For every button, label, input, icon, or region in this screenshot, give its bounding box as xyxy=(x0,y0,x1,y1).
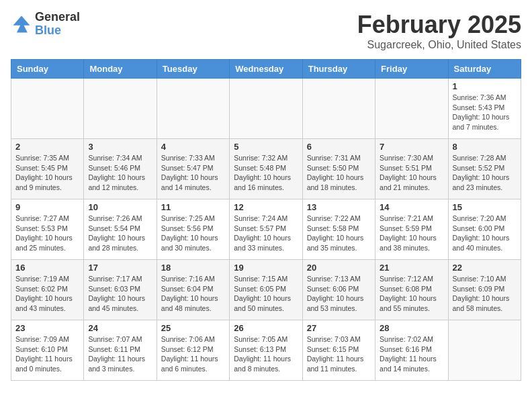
day-info: Sunrise: 7:33 AM Sunset: 5:47 PM Dayligh… xyxy=(161,153,225,193)
calendar-day-cell: 24Sunrise: 7:07 AM Sunset: 6:11 PM Dayli… xyxy=(84,320,157,381)
logo: General Blue xyxy=(11,11,80,38)
calendar-header-wednesday: Wednesday xyxy=(230,60,302,79)
day-info: Sunrise: 7:34 AM Sunset: 5:46 PM Dayligh… xyxy=(88,153,152,193)
day-number: 15 xyxy=(453,202,517,212)
day-number: 18 xyxy=(161,263,225,273)
calendar-day-cell: 16Sunrise: 7:19 AM Sunset: 6:02 PM Dayli… xyxy=(11,260,84,320)
day-number: 6 xyxy=(307,142,371,152)
title-block: February 2025 Sugarcreek, Ohio, United S… xyxy=(357,11,521,51)
calendar-week-row: 9Sunrise: 7:27 AM Sunset: 5:53 PM Daylig… xyxy=(11,199,521,260)
calendar-header-thursday: Thursday xyxy=(302,60,375,79)
day-info: Sunrise: 7:25 AM Sunset: 5:56 PM Dayligh… xyxy=(161,214,225,253)
day-number: 9 xyxy=(15,202,79,212)
day-info: Sunrise: 7:05 AM Sunset: 6:13 PM Dayligh… xyxy=(234,334,298,374)
calendar-day-cell: 11Sunrise: 7:25 AM Sunset: 5:56 PM Dayli… xyxy=(157,199,229,260)
day-number: 24 xyxy=(88,323,152,333)
logo-text: General Blue xyxy=(35,11,80,38)
day-number: 10 xyxy=(88,202,152,212)
calendar-day-cell: 14Sunrise: 7:21 AM Sunset: 5:59 PM Dayli… xyxy=(375,199,448,260)
day-info: Sunrise: 7:22 AM Sunset: 5:58 PM Dayligh… xyxy=(307,214,371,253)
calendar-day-cell: 17Sunrise: 7:17 AM Sunset: 6:03 PM Dayli… xyxy=(84,260,157,320)
day-number: 5 xyxy=(234,142,298,152)
calendar-week-row: 23Sunrise: 7:09 AM Sunset: 6:10 PM Dayli… xyxy=(11,320,521,381)
day-number: 14 xyxy=(380,202,443,212)
day-number: 12 xyxy=(234,202,298,212)
day-info: Sunrise: 7:03 AM Sunset: 6:15 PM Dayligh… xyxy=(307,334,371,374)
day-number: 27 xyxy=(307,323,371,333)
calendar-day-cell: 25Sunrise: 7:06 AM Sunset: 6:12 PM Dayli… xyxy=(157,320,229,381)
calendar-day-cell: 6Sunrise: 7:31 AM Sunset: 5:50 PM Daylig… xyxy=(302,139,375,199)
calendar-day-cell: 4Sunrise: 7:33 AM Sunset: 5:47 PM Daylig… xyxy=(157,139,229,199)
day-info: Sunrise: 7:13 AM Sunset: 6:06 PM Dayligh… xyxy=(307,274,371,314)
day-number: 26 xyxy=(234,323,298,333)
calendar-day-cell: 15Sunrise: 7:20 AM Sunset: 6:00 PM Dayli… xyxy=(448,199,521,260)
calendar-day-cell xyxy=(157,79,229,139)
page-header: General Blue February 2025 Sugarcreek, O… xyxy=(11,11,521,51)
calendar-day-cell: 13Sunrise: 7:22 AM Sunset: 5:58 PM Dayli… xyxy=(302,199,375,260)
day-info: Sunrise: 7:15 AM Sunset: 6:05 PM Dayligh… xyxy=(234,274,298,314)
day-number: 16 xyxy=(15,263,79,273)
location-subtitle: Sugarcreek, Ohio, United States xyxy=(357,39,521,51)
logo-general-text: General xyxy=(35,11,80,24)
day-info: Sunrise: 7:26 AM Sunset: 5:54 PM Dayligh… xyxy=(88,214,152,253)
day-number: 17 xyxy=(88,263,152,273)
day-info: Sunrise: 7:09 AM Sunset: 6:10 PM Dayligh… xyxy=(15,334,79,374)
calendar-day-cell: 18Sunrise: 7:16 AM Sunset: 6:04 PM Dayli… xyxy=(157,260,229,320)
calendar-week-row: 2Sunrise: 7:35 AM Sunset: 5:45 PM Daylig… xyxy=(11,139,521,199)
calendar-day-cell: 9Sunrise: 7:27 AM Sunset: 5:53 PM Daylig… xyxy=(11,199,84,260)
calendar-header-tuesday: Tuesday xyxy=(157,60,229,79)
calendar-day-cell xyxy=(375,79,448,139)
day-info: Sunrise: 7:12 AM Sunset: 6:08 PM Dayligh… xyxy=(380,274,443,314)
logo-icon xyxy=(11,13,32,35)
calendar-day-cell: 5Sunrise: 7:32 AM Sunset: 5:48 PM Daylig… xyxy=(230,139,302,199)
calendar-day-cell: 22Sunrise: 7:10 AM Sunset: 6:09 PM Dayli… xyxy=(448,260,521,320)
calendar-day-cell: 20Sunrise: 7:13 AM Sunset: 6:06 PM Dayli… xyxy=(302,260,375,320)
day-info: Sunrise: 7:16 AM Sunset: 6:04 PM Dayligh… xyxy=(161,274,225,314)
day-number: 13 xyxy=(307,202,371,212)
day-info: Sunrise: 7:35 AM Sunset: 5:45 PM Dayligh… xyxy=(15,153,79,193)
day-number: 20 xyxy=(307,263,371,273)
calendar-day-cell: 19Sunrise: 7:15 AM Sunset: 6:05 PM Dayli… xyxy=(230,260,302,320)
day-info: Sunrise: 7:31 AM Sunset: 5:50 PM Dayligh… xyxy=(307,153,371,193)
day-number: 3 xyxy=(88,142,152,152)
calendar-day-cell: 1Sunrise: 7:36 AM Sunset: 5:43 PM Daylig… xyxy=(448,79,521,139)
calendar-header-monday: Monday xyxy=(84,60,157,79)
day-info: Sunrise: 7:10 AM Sunset: 6:09 PM Dayligh… xyxy=(453,274,517,314)
day-info: Sunrise: 7:28 AM Sunset: 5:52 PM Dayligh… xyxy=(453,153,517,193)
calendar-day-cell: 21Sunrise: 7:12 AM Sunset: 6:08 PM Dayli… xyxy=(375,260,448,320)
svg-marker-0 xyxy=(13,15,30,32)
calendar-day-cell: 7Sunrise: 7:30 AM Sunset: 5:51 PM Daylig… xyxy=(375,139,448,199)
calendar-day-cell: 28Sunrise: 7:02 AM Sunset: 6:16 PM Dayli… xyxy=(375,320,448,381)
calendar-day-cell xyxy=(448,320,521,381)
calendar-day-cell: 3Sunrise: 7:34 AM Sunset: 5:46 PM Daylig… xyxy=(84,139,157,199)
calendar-day-cell: 26Sunrise: 7:05 AM Sunset: 6:13 PM Dayli… xyxy=(230,320,302,381)
day-info: Sunrise: 7:17 AM Sunset: 6:03 PM Dayligh… xyxy=(88,274,152,314)
day-info: Sunrise: 7:02 AM Sunset: 6:16 PM Dayligh… xyxy=(380,334,443,374)
day-info: Sunrise: 7:19 AM Sunset: 6:02 PM Dayligh… xyxy=(15,274,79,314)
day-number: 22 xyxy=(453,263,517,273)
calendar-day-cell: 10Sunrise: 7:26 AM Sunset: 5:54 PM Dayli… xyxy=(84,199,157,260)
day-info: Sunrise: 7:24 AM Sunset: 5:57 PM Dayligh… xyxy=(234,214,298,253)
calendar-header-sunday: Sunday xyxy=(11,60,84,79)
calendar-header-friday: Friday xyxy=(375,60,448,79)
calendar-day-cell: 12Sunrise: 7:24 AM Sunset: 5:57 PM Dayli… xyxy=(230,199,302,260)
day-number: 19 xyxy=(234,263,298,273)
calendar-day-cell: 27Sunrise: 7:03 AM Sunset: 6:15 PM Dayli… xyxy=(302,320,375,381)
day-number: 7 xyxy=(380,142,443,152)
day-info: Sunrise: 7:32 AM Sunset: 5:48 PM Dayligh… xyxy=(234,153,298,193)
day-info: Sunrise: 7:30 AM Sunset: 5:51 PM Dayligh… xyxy=(380,153,443,193)
day-number: 25 xyxy=(161,323,225,333)
day-number: 21 xyxy=(380,263,443,273)
day-number: 2 xyxy=(15,142,79,152)
day-number: 23 xyxy=(15,323,79,333)
day-info: Sunrise: 7:36 AM Sunset: 5:43 PM Dayligh… xyxy=(453,93,517,132)
day-info: Sunrise: 7:21 AM Sunset: 5:59 PM Dayligh… xyxy=(380,214,443,253)
calendar-day-cell xyxy=(11,79,84,139)
day-number: 8 xyxy=(453,142,517,152)
day-info: Sunrise: 7:20 AM Sunset: 6:00 PM Dayligh… xyxy=(453,214,517,253)
logo-blue-text: Blue xyxy=(35,24,80,38)
calendar-header-row: SundayMondayTuesdayWednesdayThursdayFrid… xyxy=(11,60,521,79)
calendar-header-saturday: Saturday xyxy=(448,60,521,79)
month-year-title: February 2025 xyxy=(357,11,521,39)
day-info: Sunrise: 7:07 AM Sunset: 6:11 PM Dayligh… xyxy=(88,334,152,374)
